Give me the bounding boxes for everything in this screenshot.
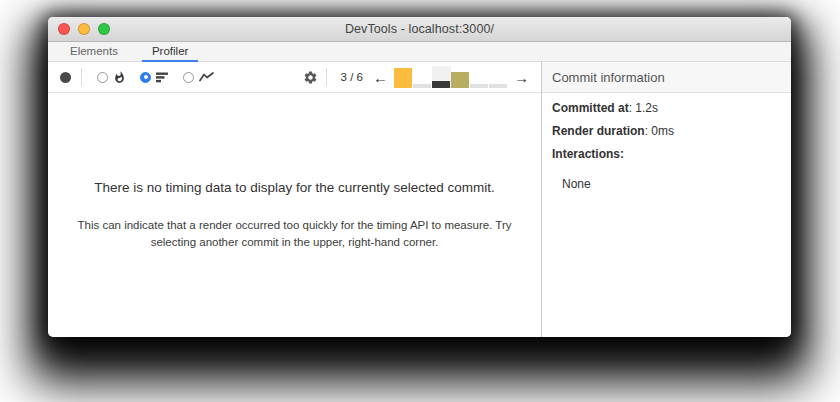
screenshot-stage: DevTools - localhost:3000/ Elements Prof… (0, 0, 840, 402)
tab-elements-label: Elements (70, 45, 118, 57)
commit-bar[interactable] (413, 66, 432, 88)
next-commit-arrow-icon[interactable]: → (510, 70, 533, 85)
commit-bar[interactable] (470, 66, 489, 88)
profiler-toolbar: 3 / 6 ← → (48, 62, 541, 93)
toolbar-divider (326, 68, 327, 86)
commit-info-header: Commit information (542, 62, 791, 93)
empty-body: This can indicate that a render occurred… (62, 217, 527, 250)
commit-bars (394, 66, 508, 88)
tab-elements[interactable]: Elements (60, 42, 128, 62)
commit-bar[interactable] (394, 66, 413, 88)
prev-commit-arrow-icon[interactable]: ← (369, 70, 392, 85)
minimize-window-button[interactable] (78, 23, 90, 35)
ranked-bars-icon (156, 72, 169, 83)
zoom-window-button[interactable] (98, 23, 110, 35)
commit-position: 3 / 6 (341, 71, 363, 83)
render-duration-value: 0ms (651, 124, 674, 138)
window-title: DevTools - localhost:3000/ (345, 22, 494, 36)
interactions-icon (199, 72, 214, 82)
toolbar-divider (81, 68, 82, 86)
committed-at-value: 1.2s (635, 101, 658, 115)
devtools-window: DevTools - localhost:3000/ Elements Prof… (48, 17, 791, 337)
render-duration-label: Render duration (552, 124, 645, 138)
tab-profiler-label: Profiler (152, 45, 188, 57)
tab-profiler[interactable]: Profiler (142, 42, 198, 62)
profiler-pane: 3 / 6 ← → There is no timing data to dis… (48, 62, 542, 337)
traffic-lights (58, 17, 110, 41)
empty-heading: There is no timing data to display for t… (94, 180, 495, 195)
commit-bar[interactable] (489, 66, 508, 88)
commit-bar[interactable] (451, 66, 470, 88)
close-window-button[interactable] (58, 23, 70, 35)
commit-info-content: Committed at: 1.2s Render duration: 0ms … (542, 93, 791, 199)
render-duration-row: Render duration: 0ms (552, 124, 781, 139)
interactions-radio[interactable] (183, 72, 194, 83)
separator: : (620, 147, 624, 161)
tab-bar: Elements Profiler (48, 42, 791, 62)
committed-at-row: Committed at: 1.2s (552, 101, 781, 116)
titlebar[interactable]: DevTools - localhost:3000/ (48, 17, 791, 42)
mode-ranked[interactable] (140, 72, 169, 83)
commit-info-panel: Commit information Committed at: 1.2s Re… (542, 62, 791, 337)
record-icon[interactable] (60, 72, 71, 83)
mode-interactions[interactable] (183, 72, 214, 83)
no-timing-data-message: There is no timing data to display for t… (48, 93, 541, 337)
interactions-row: Interactions: (552, 147, 781, 162)
interactions-value: None (552, 177, 781, 191)
interactions-label: Interactions (552, 147, 620, 161)
ranked-radio[interactable] (140, 72, 151, 83)
gear-icon[interactable] (303, 70, 318, 85)
committed-at-label: Committed at (552, 101, 629, 115)
mode-flamegraph[interactable] (97, 71, 126, 84)
commit-bar[interactable] (432, 66, 451, 88)
flame-icon (113, 71, 126, 84)
flamegraph-radio[interactable] (97, 72, 108, 83)
